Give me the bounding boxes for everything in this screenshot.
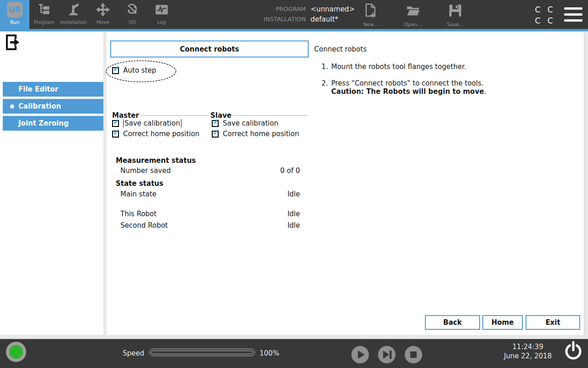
new-file-icon: [364, 3, 378, 20]
master-group-title: Master: [112, 111, 141, 120]
step-text: Press "Connect robots" to connect the to…: [331, 79, 486, 96]
stop-button[interactable]: [405, 346, 422, 363]
instruction-step-2: 2. Press "Connect robots" to connect the…: [314, 79, 571, 96]
auto-step-label: Auto step: [123, 66, 156, 75]
master-correct-home-row: ✓ Correct home position: [112, 130, 199, 138]
sidebar-item-joint-zeroing[interactable]: Joint Zeroing: [3, 116, 103, 131]
measurement-status-title: Measurement status: [116, 156, 196, 165]
connect-robots-button[interactable]: Connect robots: [110, 40, 309, 58]
power-icon[interactable]: [563, 341, 583, 361]
polyscope-app: UR Run Program: [0, 0, 588, 368]
step-number: 2.: [314, 79, 328, 96]
corner-row-1: C C: [524, 4, 564, 15]
tab-move[interactable]: Move: [88, 0, 118, 29]
main-state-row: Main state Idle: [120, 190, 300, 198]
master-group-line: [141, 115, 209, 116]
exit-button[interactable]: Exit: [526, 315, 580, 330]
save-floppy-icon: [448, 3, 463, 20]
header-accent-line: [0, 29, 588, 31]
sidebar-item-calibration[interactable]: Calibration: [3, 99, 103, 114]
program-name-value: <unnamed>: [311, 4, 355, 14]
file-actions: New... Open...: [356, 3, 470, 27]
master-save-calibration-checkbox[interactable]: ✓: [112, 120, 119, 127]
slave-group-title: Slave: [210, 111, 233, 120]
tab-log[interactable]: Log: [147, 0, 176, 29]
second-robot-value: Idle: [288, 221, 300, 230]
sidebar-item-label: Joint Zeroing: [18, 119, 68, 127]
state-status-title: State status: [116, 179, 164, 188]
speed-label: Speed: [123, 349, 144, 357]
exit-screen-icon[interactable]: [6, 34, 20, 52]
instructions-title: Connect robots: [314, 45, 571, 53]
auto-step-row: ✓ Auto step: [112, 66, 156, 75]
open-button-label: Open...: [404, 22, 422, 27]
number-saved-label: Number saved: [120, 167, 171, 175]
tab-move-label: Move: [96, 19, 109, 25]
caution-text: Caution: The Robots will begin to move: [331, 87, 484, 96]
main-tabbar: UR Run Program: [0, 0, 176, 29]
open-folder-icon: [405, 3, 421, 20]
master-save-calibration-label: Save calibration: [123, 119, 181, 127]
slave-save-calibration-label: Save calibration: [223, 119, 278, 127]
robot-status-light[interactable]: [6, 342, 26, 362]
checkmark-icon: ✓: [212, 127, 220, 137]
master-save-calibration-row: ✓ Save calibration: [112, 119, 181, 127]
speed-value: 100%: [260, 349, 279, 357]
tab-io-label: I/O: [129, 19, 136, 25]
number-saved-value: 0 of 0: [280, 167, 300, 175]
tab-installation[interactable]: Installation: [59, 0, 88, 29]
slave-correct-home-checkbox[interactable]: ✓: [212, 131, 219, 138]
instructions-panel: Connect robots 1. Mount the robots tool …: [314, 45, 571, 104]
program-installation-info: PROGRAM <unnamed> INSTALLATION default*: [239, 4, 355, 24]
speed-slider-fill: [151, 351, 253, 354]
program-tree-icon: [36, 2, 52, 17]
second-robot-row: Second Robot Idle: [120, 221, 300, 230]
tab-program-label: Program: [34, 19, 54, 25]
checkmark-icon: ✓: [113, 64, 120, 73]
slave-save-calibration-checkbox[interactable]: ✓: [212, 120, 219, 127]
tab-run[interactable]: UR Run: [0, 0, 29, 29]
master-correct-home-checkbox[interactable]: ✓: [112, 131, 119, 138]
tab-io[interactable]: I/O: [118, 0, 147, 29]
main-state-value: Idle: [288, 190, 300, 198]
speed-slider[interactable]: [149, 349, 255, 356]
step-text: Mount the robots tool flanges together.: [331, 63, 466, 71]
log-chart-icon: [154, 2, 170, 17]
play-button[interactable]: [351, 346, 369, 363]
time-text: 11:24:39: [498, 342, 557, 351]
clock: 11:24:39 June 22, 2018: [498, 342, 557, 361]
save-button-label: Save...: [447, 22, 464, 27]
hamburger-menu-icon[interactable]: [564, 7, 582, 22]
open-button[interactable]: Open...: [398, 3, 428, 27]
program-label: PROGRAM: [239, 4, 306, 14]
second-robot-label: Second Robot: [120, 221, 168, 230]
save-button[interactable]: Save...: [441, 3, 470, 27]
step-button[interactable]: [378, 346, 396, 363]
move-arrows-icon: [95, 2, 111, 17]
io-icon: [124, 2, 140, 17]
ur-logo-icon: UR: [7, 2, 23, 17]
home-button[interactable]: Home: [482, 315, 523, 330]
installation-label: INSTALLATION: [239, 14, 306, 24]
corner-indicator: C C C C: [524, 4, 564, 26]
slave-save-calibration-row: ✓ Save calibration: [212, 119, 278, 127]
new-button[interactable]: New...: [356, 3, 385, 27]
installation-name-value: default*: [311, 14, 338, 24]
step-number: 1.: [314, 63, 328, 71]
slave-correct-home-row: ✓ Correct home position: [212, 130, 299, 138]
sidebar-item-label: File Editor: [18, 85, 58, 93]
header-bar: UR Run Program: [0, 0, 588, 29]
main-panel: Connect robots ✓ Auto step Master ✓ Save…: [107, 32, 584, 335]
tab-program[interactable]: Program: [29, 0, 59, 29]
footer-bar: Speed 100% 11:24:39 June 22, 2018: [0, 339, 588, 368]
corner-row-2: C C: [524, 15, 564, 26]
back-button[interactable]: Back: [425, 315, 480, 330]
slave-correct-home-label: Correct home position: [223, 130, 299, 138]
date-text: June 22, 2018: [498, 351, 557, 361]
auto-step-checkbox[interactable]: ✓: [112, 67, 119, 74]
this-robot-value: Idle: [288, 210, 300, 218]
sidebar-item-file-editor[interactable]: File Editor: [3, 82, 103, 97]
instruction-step-1: 1. Mount the robots tool flanges togethe…: [314, 63, 571, 71]
master-correct-home-label: Correct home position: [123, 130, 199, 138]
slave-group-line: [232, 115, 308, 116]
